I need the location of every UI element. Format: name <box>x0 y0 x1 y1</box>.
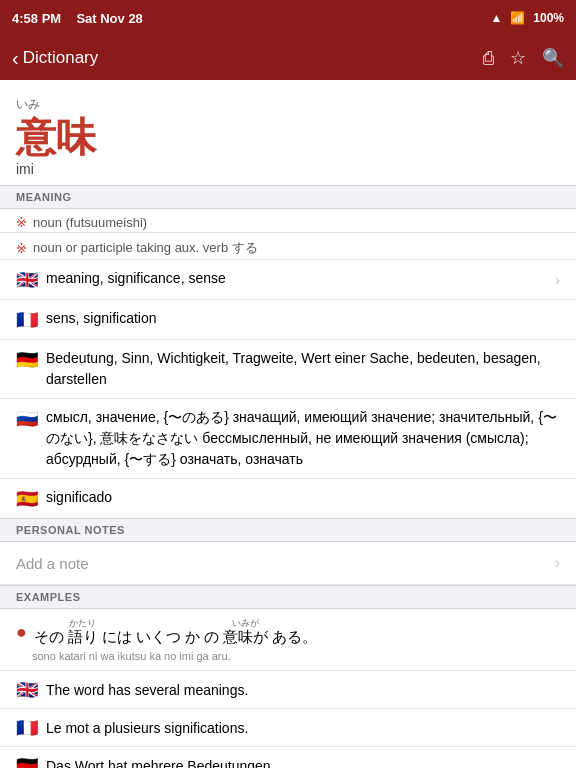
flag-de: 🇩🇪 <box>16 349 38 371</box>
personal-notes-section-header: PERSONAL NOTES <box>0 518 576 542</box>
jp-word-ikutsu: いくつ <box>136 628 181 646</box>
example-trans-en: 🇬🇧 The word has several meanings. <box>0 671 576 709</box>
chevron-en: › <box>555 271 560 289</box>
example-text-fr: Le mot a plusieurs significations. <box>46 720 248 736</box>
flag-ex-en: 🇬🇧 <box>16 679 38 701</box>
share-icon[interactable]: ⎙ <box>483 48 494 69</box>
flag-ru: 🇷🇺 <box>16 408 38 430</box>
jp-word-niwa: には <box>102 628 132 646</box>
def-text-fr: sens, signification <box>46 308 560 329</box>
status-indicators: ▲ 📶 100% <box>490 11 564 25</box>
back-chevron-icon: ‹ <box>12 47 19 70</box>
status-bar: 4:58 PM Sat Nov 28 ▲ 📶 100% <box>0 0 576 36</box>
star-icon[interactable]: ☆ <box>510 47 526 69</box>
examples-section: ● その かたり 語り には いくつ か の いみが 意味が <box>0 609 576 768</box>
def-text-de: Bedeutung, Sinn, Wichtigkeit, Tragweite,… <box>46 348 560 390</box>
battery-level: 100% <box>533 11 564 25</box>
back-button[interactable]: ‹ Dictionary <box>12 47 98 70</box>
notes-chevron: › <box>555 554 560 572</box>
examples-header-label: EXAMPLES <box>16 591 81 603</box>
pos-note-2: noun or participle taking aux. verb する <box>33 239 258 257</box>
pos-row-2: ※ noun or participle taking aux. verb する <box>0 233 576 260</box>
jp-word-ka: か <box>185 628 200 646</box>
def-text-en: meaning, significance, sense <box>46 268 547 289</box>
flag-es: 🇪🇸 <box>16 488 38 510</box>
jp-word-katari: かたり 語り <box>68 619 98 646</box>
flag-ex-de: 🇩🇪 <box>16 755 38 768</box>
word-romaji: imi <box>16 161 560 177</box>
back-label: Dictionary <box>23 48 99 68</box>
definition-en[interactable]: 🇬🇧 meaning, significance, sense › <box>0 260 576 300</box>
example-dot: ● <box>16 622 27 643</box>
personal-notes-header-label: PERSONAL NOTES <box>16 524 125 536</box>
battery-icon: 📶 <box>510 11 525 25</box>
example-romaji: sono katari ni wa ikutsu ka no imi ga ar… <box>0 650 576 671</box>
meaning-header-label: MEANING <box>16 191 71 203</box>
word-reading: いみ <box>16 96 560 113</box>
definition-fr: 🇫🇷 sens, signification <box>0 300 576 340</box>
wifi-icon: ▲ <box>490 11 502 25</box>
example-jp-sentence: ● その かたり 語り には いくつ か の いみが 意味が <box>0 609 576 650</box>
jp-word-sono: その <box>34 628 64 646</box>
nav-action-icons: ⎙ ☆ 🔍 <box>483 47 564 69</box>
def-text-es: significado <box>46 487 560 508</box>
meaning-section-header: MEANING <box>0 185 576 209</box>
example-trans-de: 🇩🇪 Das Wort hat mehrere Bedeutungen. <box>0 747 576 768</box>
definition-de: 🇩🇪 Bedeutung, Sinn, Wichtigkeit, Tragwei… <box>0 340 576 399</box>
definition-es: 🇪🇸 significado <box>0 479 576 518</box>
examples-section-header: EXAMPLES <box>0 585 576 609</box>
status-time: 4:58 PM Sat Nov 28 <box>12 11 143 26</box>
search-icon[interactable]: 🔍 <box>542 47 564 69</box>
example-text-de: Das Wort hat mehrere Bedeutungen. <box>46 758 275 769</box>
word-kanji: 意味 <box>16 115 560 159</box>
nav-bar: ‹ Dictionary ⎙ ☆ 🔍 <box>0 36 576 80</box>
date-display: Sat Nov 28 <box>76 11 142 26</box>
add-note-label: Add a note <box>16 555 555 572</box>
jp-word-imiga: いみが 意味が <box>223 619 268 646</box>
pos-row-1: ※ noun (futsuumeishi) <box>0 209 576 233</box>
time-display: 4:58 PM <box>12 11 61 26</box>
jp-word-no: の <box>204 628 219 646</box>
pos-icon-2: ※ <box>16 241 27 256</box>
meaning-section: ※ noun (futsuumeishi) ※ noun or particip… <box>0 209 576 518</box>
def-text-ru: смысл, значение, {〜のある} значащий, имеющи… <box>46 407 560 470</box>
example-trans-fr: 🇫🇷 Le mot a plusieurs significations. <box>0 709 576 747</box>
example-text-en: The word has several meanings. <box>46 682 248 698</box>
word-header: いみ 意味 imi <box>0 80 576 185</box>
definition-ru: 🇷🇺 смысл, значение, {〜のある} значащий, име… <box>0 399 576 479</box>
flag-en: 🇬🇧 <box>16 269 38 291</box>
pos-note-1: noun (futsuumeishi) <box>33 215 147 230</box>
flag-fr: 🇫🇷 <box>16 309 38 331</box>
jp-word-aru: ある。 <box>272 628 317 646</box>
add-note-row[interactable]: Add a note › <box>0 542 576 585</box>
flag-ex-fr: 🇫🇷 <box>16 717 38 739</box>
pos-icon-1: ※ <box>16 215 27 230</box>
notes-section: Add a note › <box>0 542 576 585</box>
